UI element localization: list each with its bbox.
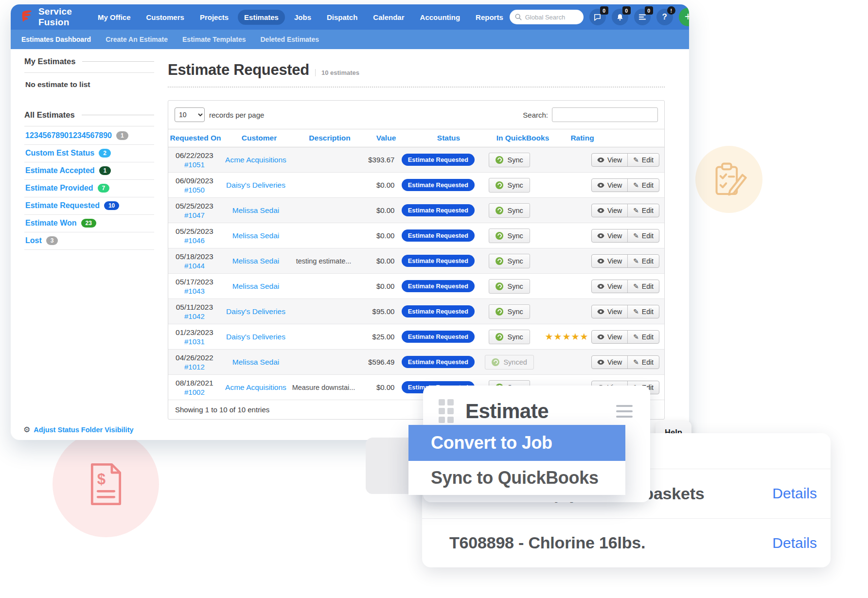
- subnav-item[interactable]: Deleted Estimates: [261, 35, 319, 43]
- nav-item[interactable]: Calendar: [367, 10, 410, 25]
- estimate-number-link[interactable]: #1046: [168, 236, 221, 245]
- eye-icon: [597, 309, 604, 314]
- estimate-number-link[interactable]: #1012: [168, 363, 221, 371]
- column-header[interactable]: Rating: [557, 134, 608, 142]
- view-button[interactable]: View: [592, 331, 627, 343]
- customer-link[interactable]: Melissa Sedai: [232, 257, 280, 265]
- customer-link[interactable]: Daisy's Deliveries: [226, 333, 285, 341]
- adjust-status-folder-visibility-link[interactable]: ⚙ Adjust Status Folder Visibility: [23, 425, 134, 434]
- quickbooks-icon: [496, 333, 503, 341]
- quickbooks-sync-button[interactable]: Sync: [489, 330, 530, 344]
- folder-count-badge: 1: [116, 131, 128, 140]
- status-folder-item[interactable]: Custom Est Status 2: [24, 145, 154, 162]
- global-search[interactable]: [510, 10, 584, 24]
- column-header[interactable]: In QuickBooks: [489, 134, 557, 142]
- customer-link[interactable]: Daisy's Deliveries: [226, 181, 285, 189]
- context-menu-item[interactable]: Sync to QuickBooks: [408, 461, 625, 495]
- view-button[interactable]: View: [592, 204, 627, 217]
- nav-item[interactable]: Projects: [194, 10, 235, 25]
- nav-item[interactable]: Accounting: [414, 10, 467, 25]
- quickbooks-sync-button[interactable]: Sync: [489, 254, 530, 268]
- estimate-number-link[interactable]: #1031: [168, 337, 221, 346]
- view-button[interactable]: View: [592, 255, 627, 267]
- nav-item[interactable]: Reports: [469, 10, 510, 25]
- nav-item[interactable]: Jobs: [288, 10, 318, 25]
- top-nav-right: 0 0 0 ? ! +: [510, 8, 689, 26]
- records-per-page-select[interactable]: 10: [175, 107, 205, 122]
- requested-on-date: 04/26/2022: [168, 353, 221, 362]
- subnav-item[interactable]: Create An Estimate: [106, 35, 168, 43]
- column-header[interactable]: Description: [296, 134, 364, 142]
- quickbooks-sync-button[interactable]: Synced: [485, 355, 533, 369]
- context-menu-item[interactable]: Convert to Job: [408, 425, 625, 461]
- edit-button[interactable]: ✎ Edit: [627, 280, 659, 293]
- estimate-number-link[interactable]: #1047: [168, 211, 221, 219]
- estimate-number-link[interactable]: #1002: [168, 388, 221, 396]
- view-button[interactable]: View: [592, 356, 627, 369]
- quickbooks-sync-button[interactable]: Sync: [489, 203, 530, 218]
- edit-button[interactable]: ✎ Edit: [627, 179, 659, 192]
- subnav-item[interactable]: Estimates Dashboard: [21, 35, 91, 43]
- estimate-number-link[interactable]: #1043: [168, 287, 221, 295]
- status-folder-item[interactable]: Estimate Provided 7: [24, 180, 154, 197]
- status-badge: Estimate Requested: [402, 179, 475, 191]
- view-button[interactable]: View: [592, 179, 627, 192]
- nav-item[interactable]: Dispatch: [320, 10, 364, 25]
- global-search-input[interactable]: [525, 14, 578, 21]
- add-button[interactable]: +: [679, 8, 689, 26]
- folder-count-badge: 23: [81, 219, 96, 228]
- eye-icon: [597, 233, 604, 238]
- column-header[interactable]: Customer: [223, 134, 296, 142]
- quickbooks-sync-button[interactable]: Sync: [489, 229, 530, 243]
- estimate-number-link[interactable]: #1044: [168, 262, 221, 270]
- customer-link[interactable]: Daisy's Deliveries: [226, 307, 285, 316]
- column-header[interactable]: Value: [364, 134, 408, 142]
- pencil-icon: ✎: [633, 257, 639, 265]
- clipboard-pencil-icon: [711, 161, 747, 197]
- nav-item[interactable]: Estimates: [238, 10, 285, 25]
- edit-button[interactable]: ✎ Edit: [627, 204, 659, 217]
- customer-link[interactable]: Melissa Sedai: [232, 282, 280, 290]
- quickbooks-sync-button[interactable]: Sync: [489, 304, 530, 319]
- edit-button[interactable]: ✎ Edit: [627, 255, 659, 267]
- customer-link[interactable]: Acme Acquisitions: [225, 156, 286, 164]
- subnav-item[interactable]: Estimate Templates: [182, 35, 246, 43]
- quickbooks-sync-button[interactable]: Sync: [489, 153, 530, 167]
- edit-button[interactable]: ✎ Edit: [627, 229, 659, 242]
- quickbooks-sync-button[interactable]: Sync: [489, 279, 530, 294]
- task-details-link[interactable]: Details: [772, 485, 817, 502]
- status-folder-item[interactable]: Lost 3: [24, 232, 154, 250]
- column-header[interactable]: Status: [408, 134, 489, 142]
- edit-button[interactable]: ✎ Edit: [627, 305, 659, 318]
- edit-button[interactable]: ✎ Edit: [627, 356, 659, 369]
- status-folder-item[interactable]: Estimate Won 23: [24, 215, 154, 232]
- view-button[interactable]: View: [592, 305, 627, 318]
- value-text: $596.49: [356, 358, 400, 366]
- folder-count-badge: 7: [98, 184, 110, 193]
- nav-item[interactable]: Customers: [140, 10, 191, 25]
- task-details-link[interactable]: Details: [772, 535, 817, 551]
- estimate-context-menu: Convert to JobSync to QuickBooks: [408, 425, 625, 495]
- view-button[interactable]: View: [592, 229, 627, 242]
- status-folder-item[interactable]: Estimate Requested 10: [24, 197, 154, 215]
- service-fusion-logo[interactable]: Service Fusion: [19, 6, 72, 28]
- hamburger-menu-icon[interactable]: [616, 405, 633, 418]
- drag-handle-icon[interactable]: [439, 399, 454, 423]
- customer-link[interactable]: Acme Acquisitions: [225, 383, 286, 391]
- estimate-number-link[interactable]: #1042: [168, 312, 221, 320]
- table-search-input[interactable]: [552, 107, 658, 122]
- nav-item[interactable]: My Office: [91, 10, 137, 25]
- edit-button[interactable]: ✎ Edit: [627, 331, 659, 343]
- customer-link[interactable]: Melissa Sedai: [232, 206, 280, 214]
- estimate-number-link[interactable]: #1051: [168, 160, 221, 169]
- customer-link[interactable]: Melissa Sedai: [232, 358, 280, 366]
- view-button[interactable]: View: [592, 154, 627, 166]
- estimate-number-link[interactable]: #1050: [168, 186, 221, 194]
- status-folder-item[interactable]: 12345678901234567890 1: [24, 127, 154, 145]
- edit-button[interactable]: ✎ Edit: [627, 154, 659, 166]
- status-folder-item[interactable]: Estimate Accepted 1: [24, 162, 154, 180]
- quickbooks-sync-button[interactable]: Sync: [489, 178, 530, 193]
- column-header[interactable]: Requested On: [168, 134, 223, 142]
- customer-link[interactable]: Melissa Sedai: [232, 231, 280, 240]
- view-button[interactable]: View: [592, 280, 627, 293]
